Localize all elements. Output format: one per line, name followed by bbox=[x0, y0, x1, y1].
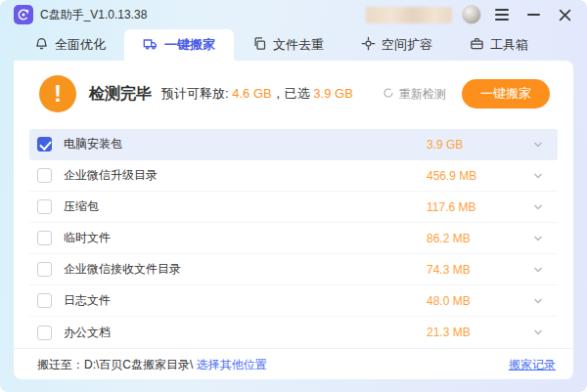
app-title: C盘助手_V1.0.13.38 bbox=[40, 7, 147, 23]
tab-bar: 全面优化 一键搬家 文件去重 空间扩容 工具箱 bbox=[0, 29, 587, 61]
list-item[interactable]: 日志文件 48.0 MB bbox=[29, 285, 558, 317]
tab-label: 全面优化 bbox=[55, 36, 106, 54]
toolbox-icon bbox=[470, 36, 484, 54]
item-label: 企业微信升级目录 bbox=[64, 167, 158, 184]
list-item[interactable]: 企业微信接收文件目录 74.3 MB bbox=[29, 254, 558, 285]
tab-one-click-move[interactable]: 一键搬家 bbox=[124, 29, 234, 61]
app-logo-icon bbox=[14, 5, 33, 24]
list-item[interactable]: 企业微信升级目录 456.9 MB bbox=[29, 160, 558, 192]
item-size: 48.0 MB bbox=[427, 294, 505, 308]
chevron-down-icon[interactable] bbox=[532, 201, 544, 213]
window-bottom-margin bbox=[0, 379, 587, 392]
list-item[interactable]: 办公文档 21.3 MB bbox=[29, 317, 558, 348]
chevron-down-icon[interactable] bbox=[532, 327, 544, 338]
titlebar: C盘助手_V1.0.13.38 bbox=[0, 0, 587, 29]
tab-space-expansion[interactable]: 空间扩容 bbox=[342, 29, 451, 61]
choose-location-link[interactable]: 选择其他位置 bbox=[197, 357, 267, 373]
detection-status: 检测完毕 bbox=[89, 84, 152, 105]
tab-label: 一键搬家 bbox=[164, 36, 215, 54]
item-label: 日志文件 bbox=[64, 292, 111, 309]
main-panel: ! 检测完毕 预计可释放: 4.6 GB，已选 3.9 GB 重新检测 一键搬家… bbox=[14, 61, 573, 379]
checkbox[interactable] bbox=[37, 262, 52, 277]
detection-banner: ! 检测完毕 预计可释放: 4.6 GB，已选 3.9 GB 重新检测 一键搬家 bbox=[14, 61, 573, 123]
app-window: C盘助手_V1.0.13.38 全面优化 一键搬家 文件去重 空间扩容 bbox=[0, 0, 587, 392]
item-label: 办公文档 bbox=[64, 325, 111, 341]
item-size: 86.2 MB bbox=[427, 232, 505, 245]
refresh-icon bbox=[383, 87, 394, 102]
user-avatar[interactable] bbox=[462, 5, 481, 24]
bell-icon bbox=[34, 36, 49, 54]
tab-full-optimization[interactable]: 全面优化 bbox=[16, 29, 124, 61]
item-label: 企业微信接收文件目录 bbox=[64, 261, 181, 278]
chevron-down-icon[interactable] bbox=[532, 170, 544, 182]
chevron-down-icon[interactable] bbox=[532, 295, 544, 307]
item-size: 3.9 GB bbox=[427, 138, 505, 152]
redacted-username bbox=[366, 7, 452, 23]
move-to-label: 搬迁至： bbox=[37, 357, 84, 373]
list-item[interactable]: 电脑安装包 3.9 GB bbox=[29, 129, 558, 160]
checkbox[interactable] bbox=[37, 293, 52, 308]
destination-path: D:\百贝C盘搬家目录\ bbox=[84, 357, 197, 373]
tab-file-dedup[interactable]: 文件去重 bbox=[234, 29, 342, 61]
item-label: 压缩包 bbox=[64, 198, 99, 215]
item-size: 21.3 MB bbox=[427, 326, 505, 339]
close-icon[interactable] bbox=[554, 4, 575, 25]
item-label: 临时文件 bbox=[64, 230, 111, 246]
move-history-link[interactable]: 搬家记录 bbox=[509, 357, 556, 373]
detection-summary: 预计可释放: 4.6 GB，已选 3.9 GB bbox=[161, 85, 353, 103]
summary-separator: ，已选 bbox=[272, 86, 310, 101]
chevron-down-icon[interactable] bbox=[532, 139, 544, 151]
one-click-move-button[interactable]: 一键搬家 bbox=[462, 79, 550, 109]
recheck-label: 重新检测 bbox=[399, 86, 446, 103]
chevron-down-icon[interactable] bbox=[532, 264, 544, 276]
copy-files-icon bbox=[252, 36, 267, 54]
tab-label: 工具箱 bbox=[490, 36, 528, 54]
minimize-icon[interactable] bbox=[522, 4, 544, 25]
item-size: 117.6 MB bbox=[427, 200, 505, 214]
category-list: 电脑安装包 3.9 GB 企业微信升级目录 456.9 MB 压缩包 117.6… bbox=[14, 123, 573, 348]
truck-icon bbox=[143, 36, 158, 55]
tab-toolbox[interactable]: 工具箱 bbox=[451, 29, 547, 61]
selected-size-value: 3.9 GB bbox=[313, 86, 352, 101]
menu-icon[interactable] bbox=[491, 4, 513, 25]
item-size: 456.9 MB bbox=[427, 169, 505, 183]
checkbox[interactable] bbox=[37, 199, 52, 214]
checkbox[interactable] bbox=[37, 137, 52, 152]
checkbox[interactable] bbox=[37, 168, 52, 183]
list-item[interactable]: 压缩包 117.6 MB bbox=[29, 192, 558, 223]
chevron-down-icon[interactable] bbox=[532, 233, 544, 244]
checkbox[interactable] bbox=[37, 326, 52, 340]
footer-bar: 搬迁至： D:\百贝C盘搬家目录\ 选择其他位置 搬家记录 bbox=[14, 348, 573, 379]
recheck-button[interactable]: 重新检测 bbox=[383, 86, 446, 103]
free-size-value: 4.6 GB bbox=[232, 86, 271, 101]
checkbox[interactable] bbox=[37, 231, 52, 245]
tab-label: 空间扩容 bbox=[382, 36, 432, 54]
item-size: 74.3 MB bbox=[427, 263, 505, 277]
expand-icon bbox=[361, 36, 376, 54]
list-item[interactable]: 临时文件 86.2 MB bbox=[29, 223, 558, 254]
summary-prefix: 预计可释放: bbox=[161, 86, 229, 101]
alert-icon: ! bbox=[39, 75, 76, 112]
item-label: 电脑安装包 bbox=[64, 136, 122, 152]
tab-label: 文件去重 bbox=[273, 36, 324, 54]
